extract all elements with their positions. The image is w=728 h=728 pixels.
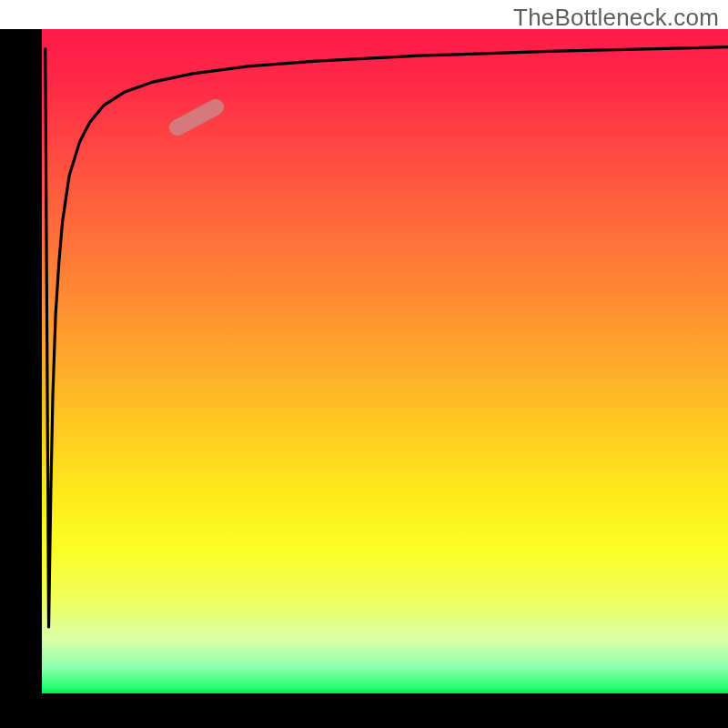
chart-frame: TheBottleneck.com bbox=[0, 0, 728, 728]
y-axis bbox=[0, 29, 42, 693]
bottleneck-curve-path bbox=[46, 47, 728, 627]
x-axis bbox=[0, 693, 728, 728]
watermark-text: TheBottleneck.com bbox=[513, 4, 719, 32]
curve-svg bbox=[42, 29, 728, 693]
